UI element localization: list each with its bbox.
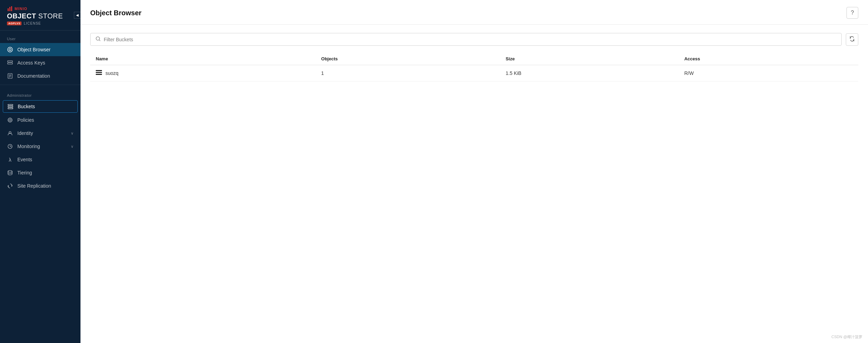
- watermark: CSDN @椰汁菠萝: [832, 334, 862, 340]
- bucket-name-cell: suozq: [90, 65, 316, 82]
- policies-icon: [7, 117, 13, 123]
- sidebar-item-buckets[interactable]: Buckets: [3, 100, 78, 113]
- search-icon: [95, 36, 101, 43]
- events-icon: λ: [7, 156, 13, 163]
- object-browser-label: Object Browser: [17, 47, 74, 52]
- monitoring-icon: [7, 143, 13, 149]
- svg-rect-6: [8, 63, 12, 64]
- minio-logo-icon: [7, 6, 13, 12]
- object-browser-svg: [7, 46, 13, 53]
- svg-rect-12: [8, 106, 13, 107]
- license-area: AGPLV3 LICENSE: [7, 22, 41, 25]
- svg-line-28: [99, 40, 100, 41]
- content-area: Name Objects Size Access: [80, 25, 868, 343]
- svg-point-27: [96, 37, 100, 40]
- bucket-icon: [96, 70, 102, 76]
- monitoring-chevron: ∨: [71, 144, 74, 149]
- monitoring-label: Monitoring: [17, 144, 67, 149]
- buckets-table: Name Objects Size Access: [90, 53, 858, 82]
- svg-point-15: [9, 119, 11, 121]
- sidebar-divider-1: [0, 85, 80, 85]
- access-keys-label: Access Keys: [17, 60, 74, 66]
- bucket-list-icon: [96, 70, 102, 75]
- col-access: Access: [679, 53, 858, 65]
- search-input[interactable]: [104, 37, 836, 42]
- logo-area: MINIO OBJECT STORE AGPLV3 LICENSE ◀: [0, 0, 80, 31]
- access-keys-icon: [7, 60, 13, 66]
- events-label: Events: [17, 157, 74, 162]
- svg-rect-2: [11, 6, 12, 11]
- refresh-icon: [849, 36, 855, 43]
- documentation-svg: [7, 73, 13, 79]
- svg-rect-11: [8, 104, 13, 105]
- sidebar-item-events[interactable]: λ Events: [0, 153, 80, 166]
- documentation-label: Documentation: [17, 73, 74, 79]
- search-bar: [90, 33, 842, 46]
- sidebar: MINIO OBJECT STORE AGPLV3 LICENSE ◀ User…: [0, 0, 80, 343]
- monitoring-svg: [7, 143, 13, 149]
- col-size: Size: [500, 53, 679, 65]
- col-objects: Objects: [316, 53, 500, 65]
- product-bold: OBJECT: [7, 12, 36, 20]
- svg-rect-1: [9, 7, 10, 11]
- buckets-label: Buckets: [18, 104, 73, 109]
- sidebar-item-access-keys[interactable]: Access Keys: [0, 56, 80, 69]
- svg-point-4: [9, 49, 11, 51]
- table-body: suozq 1 1.5 KiB R/W: [90, 65, 858, 82]
- object-browser-icon: [7, 46, 13, 53]
- license-text: LICENSE: [24, 22, 41, 25]
- license-badge: AGPLV3: [7, 22, 22, 25]
- svg-rect-0: [8, 8, 9, 11]
- buckets-svg: [7, 103, 14, 110]
- refresh-button[interactable]: [846, 33, 858, 46]
- bucket-name: suozq: [105, 70, 118, 76]
- policies-label: Policies: [17, 117, 74, 123]
- sidebar-item-monitoring[interactable]: Monitoring ∨: [0, 140, 80, 153]
- site-replication-svg: [7, 183, 13, 189]
- buckets-icon: [7, 103, 14, 110]
- search-svg: [95, 36, 101, 42]
- col-name: Name: [90, 53, 316, 65]
- site-replication-label: Site Replication: [17, 183, 74, 189]
- bucket-access: R/W: [679, 65, 858, 82]
- sidebar-item-tiering[interactable]: Tiering: [0, 166, 80, 179]
- svg-point-3: [8, 47, 12, 52]
- sidebar-item-site-replication[interactable]: Site Replication: [0, 179, 80, 192]
- user-section-label: User: [0, 31, 80, 43]
- refresh-svg: [849, 36, 855, 42]
- svg-rect-29: [96, 70, 102, 71]
- main-content: Object Browser ?: [80, 0, 868, 343]
- search-bar-row: [90, 33, 858, 46]
- table-header: Name Objects Size Access: [90, 53, 858, 65]
- documentation-icon: [7, 73, 13, 79]
- table-row[interactable]: suozq 1 1.5 KiB R/W: [90, 65, 858, 82]
- policies-svg: [7, 117, 13, 123]
- help-button[interactable]: ?: [846, 7, 858, 19]
- product-light: STORE: [36, 12, 63, 20]
- svg-point-24: [8, 171, 12, 172]
- identity-icon: [7, 130, 13, 136]
- sidebar-item-object-browser[interactable]: Object Browser: [0, 43, 80, 56]
- site-replication-icon: [7, 183, 13, 189]
- page-title: Object Browser: [90, 9, 142, 17]
- collapse-icon: ◀: [76, 13, 79, 17]
- brand-text: MINIO: [15, 7, 27, 11]
- collapse-button[interactable]: ◀: [74, 12, 80, 19]
- tiering-icon: [7, 170, 13, 176]
- help-icon: ?: [851, 10, 854, 16]
- product-name: OBJECT STORE: [7, 12, 63, 20]
- svg-rect-5: [8, 61, 12, 62]
- logo-minio: MINIO: [7, 6, 27, 12]
- sidebar-item-policies[interactable]: Policies: [0, 113, 80, 127]
- tiering-svg: [7, 170, 13, 176]
- access-keys-svg: [7, 60, 13, 66]
- identity-svg: [7, 130, 13, 136]
- sidebar-item-documentation[interactable]: Documentation: [0, 69, 80, 83]
- sidebar-item-identity[interactable]: Identity ∨: [0, 127, 80, 140]
- identity-label: Identity: [17, 130, 67, 136]
- bucket-size: 1.5 KiB: [500, 65, 679, 82]
- svg-rect-30: [96, 72, 102, 73]
- topbar: Object Browser ?: [80, 0, 868, 25]
- identity-chevron: ∨: [71, 131, 74, 136]
- tiering-label: Tiering: [17, 170, 74, 175]
